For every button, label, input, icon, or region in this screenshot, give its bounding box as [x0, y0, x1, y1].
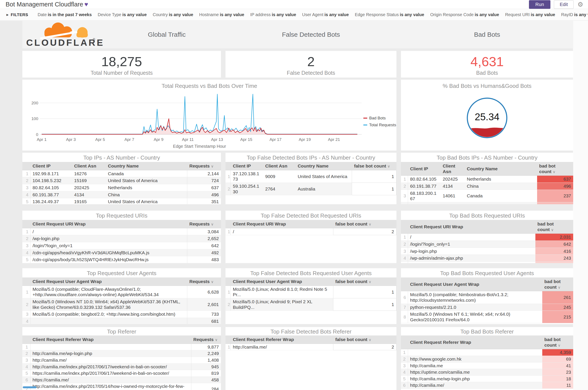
table-row: 2/wp-login.php2,652 — [22, 235, 221, 242]
table-row: 3http://camilia.me/1,408 — [22, 357, 221, 363]
column-header-sorted[interactable]: Requests∨ — [187, 162, 221, 170]
column-header-sorted[interactable]: Requests∨ — [187, 220, 221, 228]
count-cell: 243 — [535, 255, 573, 262]
count-cell: 945 — [191, 363, 221, 370]
row-number-header — [226, 278, 231, 286]
table-row: 4/wp-admin/admin-ajax.php243 — [401, 255, 573, 262]
column-header[interactable]: Client Request URI Wrap — [231, 220, 333, 228]
filters-toggle[interactable]: ▶ FILTERS — [6, 12, 28, 17]
column-header[interactable]: Country Name — [465, 162, 537, 176]
column-header[interactable]: Client Request URI Wrap — [408, 220, 535, 234]
column-header[interactable]: Client IP — [231, 162, 263, 170]
column-header[interactable]: Country Name — [295, 162, 352, 170]
table-cell: 4134 — [72, 191, 106, 198]
count-cell: 496 — [537, 183, 573, 190]
line-chart: 0100200Apr 1Apr 3Apr 5Apr 7Apr 9Apr 11Ap… — [22, 80, 396, 150]
table-cell: /cdn-cgi/apps/head/xVgyKhR-vV3dAUGhMqfBc… — [30, 249, 187, 256]
filter-item[interactable]: Edge Response Statusis any value — [355, 12, 424, 17]
table-title: Top False Detected Bot Requested URIs — [226, 212, 396, 219]
table-cell: 59.100.254.130 — [231, 183, 263, 195]
uris-table-row: Top Requested URIsClient Request URI Wra… — [22, 211, 573, 263]
column-header[interactable]: Client Request URI Wrap — [30, 220, 187, 228]
filter-item[interactable]: Countryis any value — [153, 12, 193, 17]
column-header-sorted[interactable]: bad bot count∨ — [537, 162, 573, 176]
row-number: 5 — [22, 198, 30, 204]
column-header-sorted[interactable]: bad bot count∨ — [542, 336, 573, 349]
column-header[interactable]: Client Request Referer Wrap — [30, 336, 191, 343]
column-header[interactable]: Client IP — [408, 162, 441, 176]
table-title: Top Bad Bots Requested User Agents — [401, 270, 573, 277]
row-number: 3 — [22, 184, 30, 191]
table-title: Top Requested User Agents — [22, 270, 221, 277]
row-number: 7 — [401, 304, 408, 311]
table-row: 2/login/?login_only=1642 — [401, 241, 573, 248]
column-header[interactable]: Client Request User Agent Wrap — [408, 278, 542, 291]
row-number: 2 — [401, 183, 408, 190]
section-title-bad-bots: Bad Bots — [401, 21, 573, 48]
column-header-sorted[interactable]: Requests∨ — [191, 336, 221, 343]
row-number: 1 — [226, 170, 231, 183]
column-header[interactable]: Client Request User Agent Wrap — [231, 278, 333, 286]
count-cell: 724 — [187, 177, 221, 184]
row-number: 1 — [22, 343, 30, 350]
column-header-sorted[interactable]: Requests∨ — [187, 278, 221, 286]
filter-item[interactable]: Device Typeis any value — [98, 12, 147, 17]
row-number: 4 — [22, 363, 30, 370]
column-header[interactable]: Client Request Referer Wrap — [408, 336, 542, 349]
column-header[interactable]: Client Request User Agent Wrap — [30, 278, 187, 286]
filter-item[interactable]: IP addressis any value — [250, 12, 296, 17]
table-cell: /login/?login_only=1 — [408, 241, 535, 248]
column-header[interactable]: Client IP — [30, 162, 72, 170]
table-row: 5http://camilia.me/wp-login.php18 — [401, 375, 573, 382]
table-cell — [30, 318, 187, 324]
column-header-sorted[interactable]: false bot count∨ — [333, 336, 396, 343]
table-cell — [30, 343, 191, 350]
filter-item[interactable]: Request URIis any value — [505, 12, 555, 17]
table-cell: http://camilia.me/wp-login.php — [30, 350, 191, 357]
count-cell: 41 — [542, 362, 573, 369]
filter-item[interactable]: Origin Response Codeis any value — [430, 12, 499, 17]
table-row: 2Mozilla/5.0 (Linux; Android 9; Pixel 2 … — [226, 298, 396, 311]
count-cell: 2,601 — [187, 298, 221, 311]
column-header-sorted[interactable]: bad bot count∨ — [535, 220, 573, 234]
count-cell: 1,408 — [191, 357, 221, 363]
page-title: Bot Management Cloudflare♥ — [5, 1, 88, 8]
column-header[interactable]: Client Asn — [263, 162, 295, 170]
filter-item[interactable]: Dateis in the past 7 weeks — [38, 12, 92, 17]
column-header[interactable]: Client Request Referer Wrap — [231, 336, 333, 343]
row-number: 4 — [22, 318, 30, 324]
filter-item[interactable]: Hostnameis any value — [199, 12, 245, 17]
legend-item[interactable]: Bad Bots — [363, 116, 396, 120]
row-number: 3 — [22, 357, 30, 363]
x-tick-label: Apr 15 — [240, 137, 252, 142]
edit-button[interactable]: Edit — [554, 0, 574, 9]
row-number: 2 — [226, 183, 231, 195]
horizontal-scrollbar[interactable] — [23, 386, 37, 388]
metric-value: 18,275 — [22, 54, 221, 69]
table-row: 7python-requests/2.21.0245 — [401, 304, 573, 311]
column-header[interactable]: Client Asn — [72, 162, 106, 170]
filter-item[interactable]: User Agentis any value — [302, 12, 349, 17]
panel-false-bot-uris: Top False Detected Bot Requested URIsCli… — [226, 211, 396, 263]
column-header-sorted[interactable]: false bot count∨ — [352, 162, 396, 170]
row-number: 2 — [401, 356, 408, 362]
table-row: 8Mozilla/5.0 (Windows NT 6.1; Win64; x64… — [401, 311, 573, 323]
gear-icon[interactable]: ⚙ — [578, 1, 583, 8]
table-row: 2Mozilla/5.0 (Windows NT 10.0; Win64; x6… — [22, 298, 221, 311]
top-bar: Bot Management Cloudflare♥ Run Edit ⚙ — [0, 0, 588, 9]
logo-wordmark: CLOUDFLARE — [26, 37, 104, 47]
column-header[interactable]: Country Name — [106, 162, 187, 170]
count-cell: 261 — [542, 291, 573, 304]
run-button[interactable]: Run — [529, 0, 550, 9]
x-tick-label: Apr 3 — [66, 137, 76, 142]
referer-table-row: Top RefererClient Request Referer WrapRe… — [22, 327, 573, 390]
table-cell: 60.191.38.77 — [30, 191, 72, 198]
filter-item[interactable]: RayIDis any value — [561, 12, 588, 17]
count-cell: 2 — [333, 343, 396, 350]
column-header[interactable]: Client Asn — [441, 162, 465, 176]
table-cell: python-requests/2.21.0 — [408, 304, 542, 311]
column-header-sorted[interactable]: false bot count∨ — [333, 220, 396, 228]
column-header-sorted[interactable]: false bot count∨ — [333, 278, 396, 286]
legend-item[interactable]: Total Requests — [363, 123, 396, 127]
column-header-sorted[interactable]: bad bot count∨ — [542, 278, 573, 291]
